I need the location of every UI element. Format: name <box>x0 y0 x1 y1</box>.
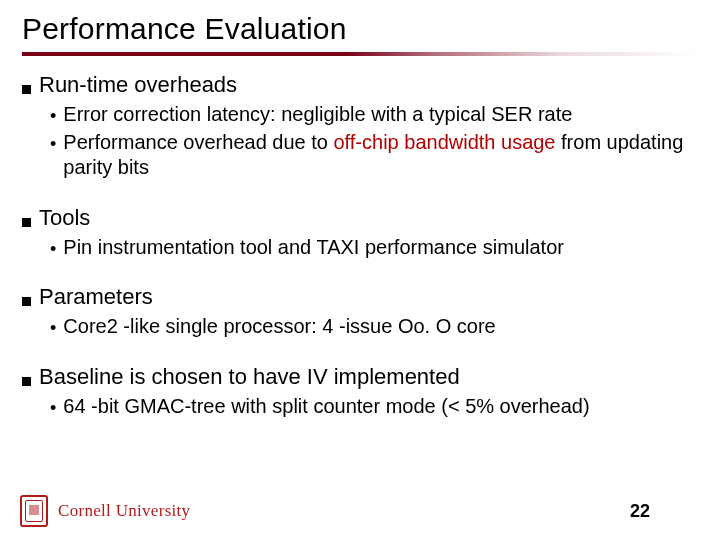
text-part: Core2 -like single processor: 4 -issue O… <box>63 315 495 337</box>
bullet-parameters: Parameters <box>22 284 694 310</box>
square-bullet-icon <box>22 218 31 227</box>
dot-bullet-icon: • <box>50 107 56 125</box>
text-part: Error correction latency: negligible wit… <box>63 103 572 125</box>
text-part: Performance overhead due to <box>63 131 333 153</box>
subitem: • 64 -bit GMAC-tree with split counter m… <box>50 394 694 420</box>
subitem-text: Performance overhead due to off-chip ban… <box>63 130 694 181</box>
subitem: • Core2 -like single processor: 4 -issue… <box>50 314 694 340</box>
dot-bullet-icon: • <box>50 135 56 153</box>
section-heading: Baseline is chosen to have IV implemente… <box>39 364 460 390</box>
square-bullet-icon <box>22 377 31 386</box>
subitem: • Pin instrumentation tool and TAXI perf… <box>50 235 694 261</box>
section-heading: Run-time overheads <box>39 72 237 98</box>
subitems: • 64 -bit GMAC-tree with split counter m… <box>50 394 694 420</box>
footer: Cornell University <box>0 492 720 530</box>
bullet-runtime-overheads: Run-time overheads <box>22 72 694 98</box>
subitem: • Error correction latency: negligible w… <box>50 102 694 128</box>
bullet-tools: Tools <box>22 205 694 231</box>
text-highlight: off-chip bandwidth usage <box>333 131 555 153</box>
subitems: • Core2 -like single processor: 4 -issue… <box>50 314 694 340</box>
square-bullet-icon <box>22 297 31 306</box>
slide: Performance Evaluation Run-time overhead… <box>0 0 720 540</box>
text-part: Pin instrumentation tool and TAXI perfor… <box>63 236 564 258</box>
subitem-text: Core2 -like single processor: 4 -issue O… <box>63 314 495 340</box>
square-bullet-icon <box>22 85 31 94</box>
cornell-seal-icon <box>20 495 48 527</box>
branding-text: Cornell University <box>58 501 190 521</box>
text-part: 64 -bit GMAC-tree with split counter mod… <box>63 395 589 417</box>
subitem-text: Pin instrumentation tool and TAXI perfor… <box>63 235 564 261</box>
section-heading: Parameters <box>39 284 153 310</box>
dot-bullet-icon: • <box>50 319 56 337</box>
bullet-baseline: Baseline is chosen to have IV implemente… <box>22 364 694 390</box>
subitem-text: 64 -bit GMAC-tree with split counter mod… <box>63 394 589 420</box>
slide-content: Run-time overheads • Error correction la… <box>22 72 698 420</box>
title-rule <box>22 52 698 56</box>
dot-bullet-icon: • <box>50 399 56 417</box>
subitem-text: Error correction latency: negligible wit… <box>63 102 572 128</box>
dot-bullet-icon: • <box>50 240 56 258</box>
subitem: • Performance overhead due to off-chip b… <box>50 130 694 181</box>
subitems: • Error correction latency: negligible w… <box>50 102 694 181</box>
section-heading: Tools <box>39 205 90 231</box>
subitems: • Pin instrumentation tool and TAXI perf… <box>50 235 694 261</box>
page-number: 22 <box>630 501 650 522</box>
slide-title: Performance Evaluation <box>22 12 698 46</box>
